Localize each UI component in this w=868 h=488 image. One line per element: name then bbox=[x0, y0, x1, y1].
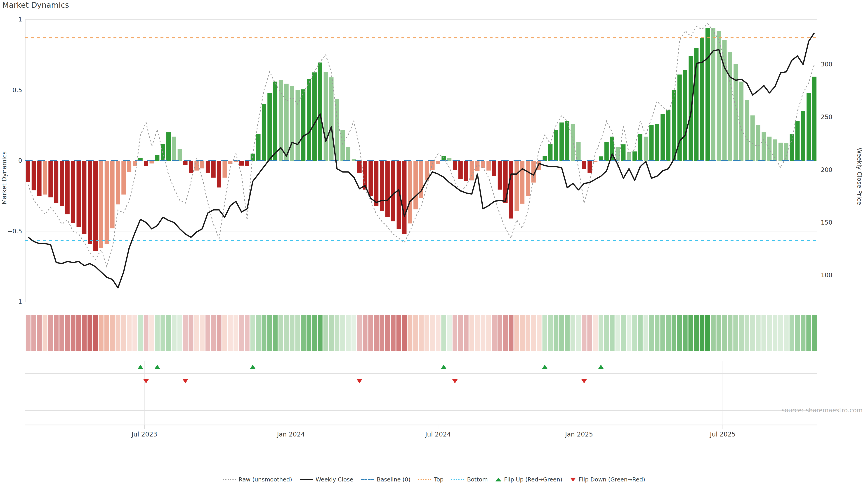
dynamics-bar bbox=[801, 111, 805, 161]
heatmap-cell bbox=[655, 315, 659, 351]
dynamics-bar bbox=[105, 161, 109, 244]
dynamics-bar bbox=[284, 84, 289, 161]
dynamics-bar bbox=[99, 161, 103, 248]
dynamics-bar bbox=[76, 161, 81, 227]
heatmap-cell bbox=[722, 315, 727, 351]
heatmap-cell bbox=[59, 315, 64, 351]
heatmap-cell bbox=[812, 315, 817, 351]
heatmap-cell bbox=[503, 315, 508, 351]
dynamics-bar bbox=[436, 161, 440, 164]
dynamics-bar bbox=[166, 132, 170, 161]
legend-item-5: Flip Up (Red→Green) bbox=[495, 476, 562, 483]
heatmap-cell bbox=[565, 315, 569, 351]
heatmap-cell bbox=[458, 315, 463, 351]
heatmap-cell bbox=[413, 315, 418, 351]
dynamics-bar bbox=[222, 161, 227, 177]
heatmap-cell bbox=[307, 315, 311, 351]
dotted-icon bbox=[223, 479, 236, 480]
dynamics-bar bbox=[60, 161, 64, 206]
heatmap-cell bbox=[402, 315, 407, 351]
heatmap-cell bbox=[610, 315, 615, 351]
dynamics-bar bbox=[65, 161, 70, 215]
dynamics-bar bbox=[750, 116, 755, 161]
dynamics-bar bbox=[447, 158, 452, 161]
dynamics-bar bbox=[301, 89, 305, 161]
heatmap-cell bbox=[194, 315, 199, 351]
dynamics-bar bbox=[82, 161, 86, 234]
heatmap-cell bbox=[26, 315, 31, 351]
heatmap-cell bbox=[391, 315, 396, 351]
legend-item-0: Raw (unsmoothed) bbox=[223, 476, 292, 483]
heatmap-cell bbox=[694, 315, 699, 351]
flip-down-marker bbox=[581, 379, 587, 383]
heatmap-cell bbox=[480, 315, 485, 351]
heatmap-cell bbox=[464, 315, 469, 351]
dynamics-bar bbox=[728, 52, 732, 161]
heatmap-cell bbox=[121, 315, 126, 351]
heatmap-cell bbox=[542, 315, 547, 351]
heatmap-cell bbox=[784, 315, 789, 351]
dynamics-bar bbox=[739, 82, 743, 161]
heatmap-cell bbox=[206, 315, 210, 351]
dynamics-bar bbox=[515, 161, 519, 211]
dynamics-bar bbox=[796, 121, 800, 161]
heatmap-cell bbox=[498, 315, 502, 351]
heatmap-cell bbox=[228, 315, 232, 351]
y-axis-right-tick: 100 bbox=[821, 271, 833, 279]
heatmap-cell bbox=[582, 315, 586, 351]
dynamics-bar bbox=[762, 132, 766, 161]
heatmap-cell bbox=[638, 315, 643, 351]
legend-label: Flip Down (Green→Red) bbox=[579, 476, 645, 483]
heatmap-cell bbox=[144, 315, 149, 351]
heatmap-cell bbox=[683, 315, 688, 351]
heatmap-cell bbox=[211, 315, 216, 351]
heatmap-cell bbox=[250, 315, 255, 351]
dynamics-bar bbox=[256, 134, 260, 161]
heatmap-cell bbox=[104, 315, 109, 351]
heatmap-cell bbox=[649, 315, 654, 351]
dynamics-bar bbox=[711, 28, 715, 161]
heatmap-cell bbox=[773, 315, 777, 351]
heatmap-cell bbox=[621, 315, 626, 351]
dynamics-bar bbox=[577, 142, 581, 161]
heatmap-cell bbox=[604, 315, 609, 351]
dynamics-bar bbox=[32, 161, 36, 190]
dynamics-bar bbox=[458, 161, 463, 179]
heatmap-cell bbox=[453, 315, 457, 351]
flip-up-marker bbox=[137, 365, 143, 369]
dynamics-bar bbox=[37, 161, 41, 196]
heatmap-cell bbox=[436, 315, 440, 351]
dynamics-bar bbox=[492, 161, 496, 176]
heatmap-cell bbox=[329, 315, 334, 351]
legend-label: Bottom bbox=[467, 476, 488, 483]
x-axis-tick: Jul 2025 bbox=[710, 431, 736, 438]
heatmap-cell bbox=[537, 315, 541, 351]
flip-down-marker bbox=[452, 379, 458, 383]
heatmap-cell bbox=[340, 315, 345, 351]
heatmap-cell bbox=[632, 315, 637, 351]
heatmap-cell bbox=[700, 315, 704, 351]
heatmap-cell bbox=[520, 315, 525, 351]
solid-icon bbox=[300, 479, 313, 480]
dynamics-bar bbox=[706, 28, 710, 161]
source-note: source: sharemaestro.com bbox=[781, 407, 863, 414]
heatmap-cell bbox=[795, 315, 800, 351]
heatmap-cell bbox=[733, 315, 738, 351]
dynamics-bar bbox=[526, 161, 530, 196]
heatmap-cell bbox=[627, 315, 631, 351]
heatmap-cell bbox=[234, 315, 238, 351]
dynamics-bar bbox=[559, 123, 564, 161]
dynamics-bar bbox=[88, 161, 92, 244]
dynamics-bar bbox=[318, 63, 322, 161]
heatmap-cell bbox=[357, 315, 362, 351]
dynamics-bar bbox=[745, 100, 749, 161]
dynamics-bar bbox=[211, 161, 216, 177]
dynamics-bar bbox=[604, 142, 609, 161]
x-axis-tick: Jul 2024 bbox=[425, 431, 451, 438]
heatmap-cell bbox=[616, 315, 620, 351]
dynamics-bar bbox=[548, 144, 553, 161]
heatmap-cell bbox=[76, 315, 81, 351]
heatmap-cell bbox=[778, 315, 783, 351]
dynamics-bar bbox=[683, 70, 687, 161]
dynamics-bar bbox=[470, 161, 474, 181]
